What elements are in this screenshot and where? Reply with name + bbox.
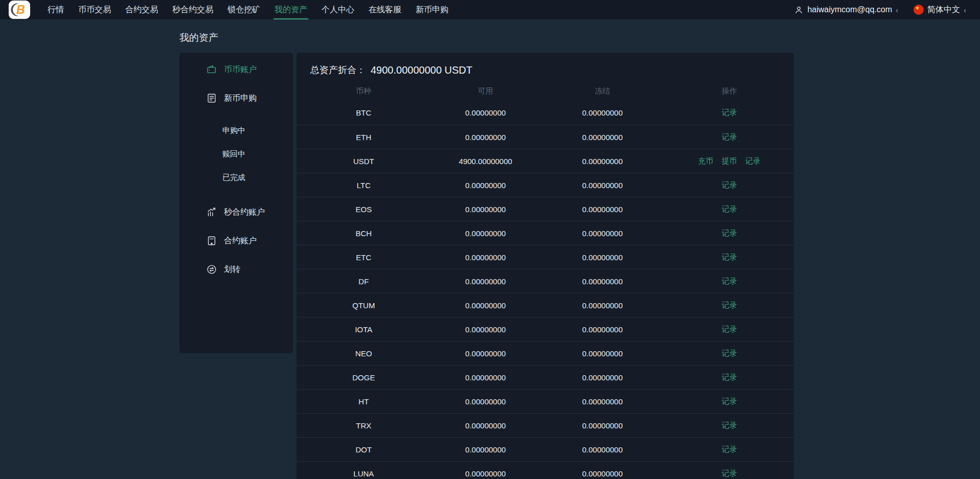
- nav-item-6[interactable]: 我的资产: [267, 0, 314, 19]
- flag-icon: ★: [914, 5, 924, 15]
- nav-item-2[interactable]: 币币交易: [71, 0, 118, 19]
- cell-available: 0.00000000: [431, 133, 540, 142]
- table-row: DOT0.000000000.00000000记录: [297, 437, 794, 461]
- asset-table: 币种可用冻结操作 BTC0.000000000.00000000记录ETH0.0…: [297, 81, 794, 479]
- table-row: ETH0.000000000.00000000记录: [297, 125, 794, 149]
- cell-coin: DOT: [297, 445, 431, 454]
- table-row: DOGE0.000000000.00000000记录: [297, 365, 794, 389]
- deposit-link[interactable]: 充币: [698, 156, 713, 166]
- total-assets-label: 总资产折合：: [310, 64, 366, 76]
- sidebar-item-8[interactable]: 划转: [179, 255, 293, 284]
- table-row: EOS0.000000000.00000000记录: [297, 197, 794, 221]
- cell-available: 0.00000000: [431, 301, 540, 310]
- record-link[interactable]: 记录: [721, 229, 737, 238]
- cell-coin: LUNA: [297, 469, 431, 478]
- sidebar-item-7[interactable]: 合约账户: [179, 226, 293, 255]
- cell-frozen: 0.00000000: [540, 373, 665, 382]
- nav-item-5[interactable]: 锁仓挖矿: [220, 0, 267, 19]
- nav-item-3[interactable]: 合约交易: [118, 0, 165, 19]
- nav-item-9[interactable]: 新币申购: [408, 0, 455, 19]
- user-chevron-icon: ‹: [896, 6, 898, 14]
- user-menu[interactable]: haiwaiymcom@qq.com ‹: [794, 5, 898, 15]
- nav-item-8[interactable]: 在线客服: [361, 0, 408, 19]
- cell-actions: 记录: [665, 277, 794, 286]
- cell-frozen: 0.00000000: [540, 349, 665, 358]
- cell-frozen: 0.00000000: [540, 108, 665, 117]
- table-row: NEO0.000000000.00000000记录: [297, 341, 794, 365]
- cell-coin: DOGE: [297, 373, 431, 382]
- record-link[interactable]: 记录: [721, 132, 737, 142]
- sidebar-item-label: 赎回中: [222, 149, 245, 159]
- record-link[interactable]: 记录: [721, 277, 737, 286]
- record-link[interactable]: 记录: [721, 325, 737, 334]
- top-nav: B 行情币币交易合约交易秒合约交易锁仓挖矿我的资产个人中心在线客服新币申购 ha…: [0, 0, 980, 19]
- record-link[interactable]: 记录: [721, 397, 737, 406]
- cell-frozen: 0.00000000: [540, 469, 665, 478]
- table-row: QTUM0.000000000.00000000记录: [297, 293, 794, 317]
- cell-actions: 记录: [665, 469, 794, 478]
- user-email: haiwaiymcom@qq.com: [807, 5, 892, 14]
- cell-coin: NEO: [297, 349, 431, 358]
- cell-actions: 记录: [665, 108, 794, 118]
- nav-item-4[interactable]: 秒合约交易: [165, 0, 220, 19]
- record-link[interactable]: 记录: [721, 373, 737, 382]
- cell-actions: 充币提币记录: [665, 156, 794, 166]
- table-row: ETC0.000000000.00000000记录: [297, 245, 794, 269]
- nav-items: 行情币币交易合约交易秒合约交易锁仓挖矿我的资产个人中心在线客服新币申购: [40, 0, 455, 19]
- record-link[interactable]: 记录: [721, 301, 737, 310]
- cell-coin: BTC: [297, 108, 431, 117]
- document-icon: [206, 93, 217, 104]
- record-link[interactable]: 记录: [721, 253, 737, 262]
- record-link[interactable]: 记录: [721, 180, 737, 190]
- cell-available: 0.00000000: [431, 181, 540, 190]
- record-link[interactable]: 记录: [721, 108, 737, 118]
- column-header-3: 冻结: [540, 86, 665, 96]
- record-link[interactable]: 记录: [721, 469, 737, 478]
- cell-available: 0.00000000: [431, 277, 540, 286]
- cell-frozen: 0.00000000: [540, 421, 665, 430]
- sidebar-item-label: 新币申购: [224, 93, 257, 104]
- record-link[interactable]: 记录: [745, 156, 760, 166]
- cell-available: 0.00000000: [431, 253, 540, 262]
- cell-coin: DF: [297, 277, 431, 286]
- withdraw-link[interactable]: 提币: [721, 156, 737, 166]
- cell-actions: 记录: [665, 132, 794, 142]
- cell-available: 0.00000000: [431, 325, 540, 334]
- cell-actions: 记录: [665, 373, 794, 382]
- brand-logo[interactable]: B: [9, 1, 30, 19]
- cell-frozen: 0.00000000: [540, 157, 665, 166]
- sidebar-item-label: 划转: [224, 264, 240, 275]
- sidebar-item-label: 已完成: [222, 173, 245, 183]
- total-assets-value: 4900.00000000 USDT: [371, 64, 472, 76]
- table-row: LTC0.000000000.00000000记录: [297, 173, 794, 197]
- sidebar-item-2[interactable]: 新币申购: [179, 84, 293, 112]
- cell-actions: 记录: [665, 397, 794, 406]
- cell-frozen: 0.00000000: [540, 445, 665, 454]
- cell-coin: HT: [297, 397, 431, 406]
- language-selector[interactable]: ★ 简体中文 ‹: [914, 5, 966, 15]
- cell-actions: 记录: [665, 325, 794, 334]
- cell-frozen: 0.00000000: [540, 325, 665, 334]
- cell-coin: BCH: [297, 229, 431, 238]
- record-link[interactable]: 记录: [721, 349, 737, 358]
- table-row: BTC0.000000000.00000000记录: [297, 101, 794, 125]
- sidebar-item-4[interactable]: 赎回中: [179, 142, 293, 166]
- record-link[interactable]: 记录: [721, 204, 737, 214]
- cell-available: 0.00000000: [431, 421, 540, 430]
- assets-sidebar: 币币账户新币申购申购中赎回中已完成秒合约账户合约账户划转: [179, 53, 293, 353]
- record-link[interactable]: 记录: [721, 445, 737, 454]
- page-title: 我的资产: [179, 31, 218, 44]
- sidebar-item-3[interactable]: 申购中: [179, 119, 293, 142]
- cell-actions: 记录: [665, 301, 794, 310]
- record-link[interactable]: 记录: [721, 421, 737, 430]
- cell-coin: QTUM: [297, 301, 431, 310]
- nav-item-7[interactable]: 个人中心: [314, 0, 361, 19]
- nav-item-1[interactable]: 行情: [40, 0, 71, 19]
- table-row: DF0.000000000.00000000记录: [297, 269, 794, 293]
- sidebar-item-1[interactable]: 币币账户: [179, 55, 293, 84]
- sidebar-item-5[interactable]: 已完成: [179, 166, 293, 189]
- cell-available: 0.00000000: [431, 469, 540, 478]
- cell-actions: 记录: [665, 253, 794, 262]
- table-row: HT0.000000000.00000000记录: [297, 389, 794, 413]
- sidebar-item-6[interactable]: 秒合约账户: [179, 198, 293, 226]
